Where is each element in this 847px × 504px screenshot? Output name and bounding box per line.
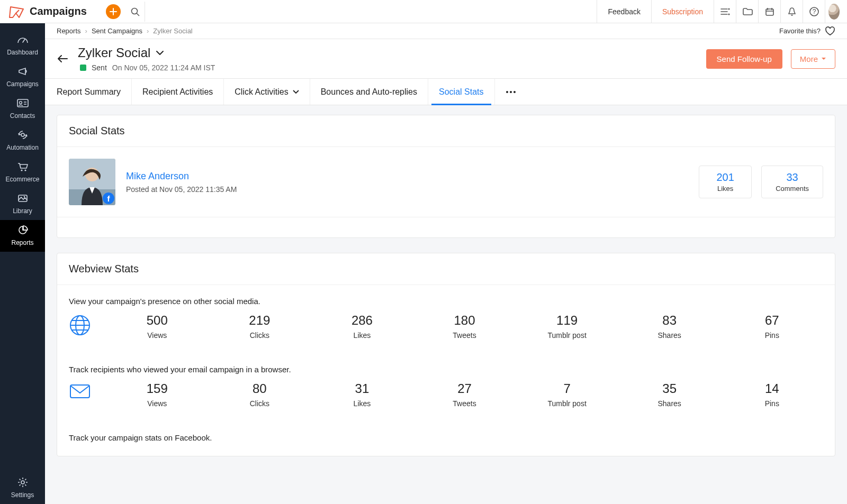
svg-rect-22: [70, 385, 89, 398]
tab-recipient-activities[interactable]: Recipient Activities: [132, 79, 224, 105]
sidebar-item-label: Automation: [6, 144, 39, 151]
caret-down-icon: [821, 57, 826, 60]
contacts-icon: [16, 97, 30, 109]
svg-point-8: [21, 133, 24, 136]
subscription-link[interactable]: Subscription: [651, 0, 714, 23]
poster-name[interactable]: Mike Anderson: [126, 171, 237, 182]
svg-point-14: [506, 91, 508, 93]
tabs-row: Report Summary Recipient Activities Clic…: [45, 79, 847, 105]
sidebar-item-contacts[interactable]: Contacts: [0, 93, 45, 125]
metric-views: 159Views: [106, 381, 209, 408]
svg-text:?: ?: [812, 8, 816, 15]
title-row: Zylker Social Sent On Nov 05, 2022 11:24…: [45, 39, 847, 79]
sidebar-item-label: Contacts: [10, 112, 35, 120]
ellipsis-icon: [506, 90, 516, 94]
gear-icon: [17, 476, 29, 488]
chevron-right-icon: ›: [85, 27, 87, 35]
sidebar-item-reports[interactable]: Reports: [0, 220, 45, 252]
webview-desc-2: Track recipients who viewed your email c…: [69, 365, 823, 374]
svg-point-10: [24, 169, 26, 171]
megaphone-icon: [16, 66, 29, 77]
svg-point-9: [21, 169, 22, 171]
breadcrumb-reports[interactable]: Reports: [57, 27, 81, 35]
send-followup-button[interactable]: Send Follow-up: [706, 49, 782, 69]
reports-icon: [16, 224, 29, 236]
page-title: Zylker Social: [78, 45, 215, 60]
sidebar: Dashboard Campaigns Contacts Automation …: [0, 23, 45, 504]
metric-clicks: 219Clicks: [209, 313, 311, 340]
svg-point-16: [513, 91, 516, 93]
svg-point-7: [19, 102, 22, 104]
webview-desc-1: View your campaign's presence on other s…: [69, 297, 823, 306]
breadcrumb-row: Reports › Sent Campaigns › Zylker Social…: [45, 23, 847, 39]
globe-icon: [69, 313, 106, 336]
status-line: Sent On Nov 05, 2022 11:24 AM IST: [80, 63, 215, 72]
sidebar-item-label: Campaigns: [6, 80, 39, 88]
metric-tweets: 180Tweets: [413, 313, 516, 340]
tab-bounces[interactable]: Bounces and Auto-replies: [310, 79, 428, 105]
calendar-icon[interactable]: [758, 0, 780, 23]
bell-icon[interactable]: [780, 0, 803, 23]
mail-icon: [69, 381, 106, 400]
list-settings-icon[interactable]: [714, 0, 736, 23]
social-stats-card: Social Stats: [57, 115, 835, 238]
app-brand: Campaigns: [0, 5, 106, 19]
gauge-icon: [16, 34, 29, 45]
sidebar-item-automation[interactable]: Automation: [0, 125, 45, 157]
title-dropdown-icon[interactable]: [156, 50, 164, 56]
sidebar-item-label: Ecommerce: [5, 176, 39, 183]
sidebar-item-library[interactable]: Library: [0, 188, 45, 220]
tab-more-menu[interactable]: [495, 79, 527, 105]
sidebar-item-ecommerce[interactable]: Ecommerce: [0, 157, 45, 188]
webview-desc-3: Track your campaign stats on Facebook.: [69, 433, 823, 442]
heart-icon[interactable]: [825, 26, 835, 36]
feedback-link[interactable]: Feedback: [597, 0, 651, 23]
likes-label: Likes: [713, 185, 737, 193]
page-title-text: Zylker Social: [78, 45, 150, 60]
webview-stats-card: Webview Stats View your campaign's prese…: [57, 253, 835, 456]
user-avatar[interactable]: [825, 0, 847, 23]
tab-click-activities[interactable]: Click Activities: [224, 79, 310, 105]
automation-icon: [16, 129, 29, 141]
svg-point-13: [21, 481, 24, 484]
sidebar-item-label: Settings: [11, 491, 34, 499]
metric-tumblr: 7Tumblr post: [516, 381, 618, 408]
more-button[interactable]: More: [791, 49, 835, 69]
metric-likes: 31Likes: [311, 381, 413, 408]
metric-pins: 14Pins: [720, 381, 823, 408]
sidebar-item-dashboard[interactable]: Dashboard: [0, 30, 45, 61]
tab-social-stats[interactable]: Social Stats: [428, 79, 494, 105]
sidebar-item-campaigns[interactable]: Campaigns: [0, 61, 45, 93]
facebook-badge-icon: f: [103, 193, 114, 204]
more-button-label: More: [800, 54, 818, 63]
likes-box: 201 Likes: [699, 166, 752, 198]
svg-rect-3: [766, 9, 773, 15]
breadcrumb-sent-campaigns[interactable]: Sent Campaigns: [92, 27, 142, 35]
sidebar-item-settings[interactable]: Settings: [0, 472, 45, 504]
status-dot-sent: [80, 65, 86, 71]
svg-point-0: [131, 8, 137, 14]
library-icon: [16, 193, 29, 204]
svg-point-1: [728, 8, 729, 10]
folder-icon[interactable]: [736, 0, 758, 23]
metric-clicks: 80Clicks: [209, 381, 311, 408]
poster-avatar: f: [69, 159, 115, 205]
app-title: Campaigns: [30, 5, 87, 17]
metric-likes: 286Likes: [311, 313, 413, 340]
add-button[interactable]: [106, 4, 121, 19]
metric-tumblr: 119Tumblr post: [516, 313, 618, 340]
search-button[interactable]: [125, 2, 145, 22]
sidebar-item-label: Dashboard: [7, 49, 38, 56]
tab-label: Click Activities: [235, 87, 288, 97]
back-button[interactable]: [55, 51, 75, 67]
breadcrumb-current: Zylker Social: [153, 27, 192, 35]
metric-shares: 35Shares: [618, 381, 721, 408]
favorite-label: Favorite this?: [779, 27, 821, 35]
webview-heading: Webview Stats: [57, 253, 835, 285]
tab-report-summary[interactable]: Report Summary: [57, 79, 132, 105]
help-icon[interactable]: ?: [803, 0, 825, 23]
metric-shares: 83Shares: [618, 313, 721, 340]
comments-label: Comments: [776, 185, 809, 193]
svg-point-15: [510, 91, 512, 93]
likes-value: 201: [713, 171, 737, 184]
